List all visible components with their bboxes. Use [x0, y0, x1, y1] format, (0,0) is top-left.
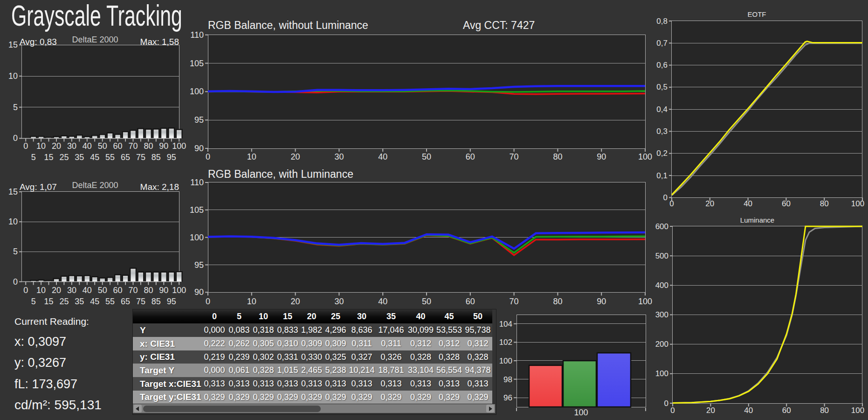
- svg-text:110: 110: [190, 178, 204, 187]
- svg-text:Avg CCT: 7427: Avg CCT: 7427: [463, 19, 535, 31]
- svg-text:0,2: 0,2: [656, 149, 668, 158]
- svg-text:Avg: 0,83: Avg: 0,83: [20, 37, 57, 47]
- svg-text:50: 50: [422, 152, 431, 161]
- svg-text:70: 70: [510, 297, 519, 306]
- svg-text:75: 75: [136, 153, 145, 162]
- svg-text:35: 35: [75, 297, 84, 306]
- svg-text:55: 55: [105, 153, 115, 162]
- svg-text:Avg: 1,07: Avg: 1,07: [20, 182, 57, 192]
- svg-text:70: 70: [128, 141, 138, 151]
- svg-text:100: 100: [574, 408, 588, 417]
- svg-text:40: 40: [744, 199, 752, 208]
- svg-text:95: 95: [194, 260, 204, 270]
- svg-text:30: 30: [334, 152, 344, 161]
- svg-text:60: 60: [782, 199, 791, 208]
- svg-text:30: 30: [67, 141, 76, 151]
- svg-text:40: 40: [83, 286, 92, 295]
- svg-text:95: 95: [167, 297, 176, 306]
- svg-text:60: 60: [113, 286, 123, 295]
- svg-text:80: 80: [144, 286, 153, 295]
- svg-text:25: 25: [59, 297, 69, 306]
- svg-text:10: 10: [247, 152, 256, 161]
- svg-text:30: 30: [67, 286, 76, 295]
- svg-text:110: 110: [190, 30, 204, 40]
- svg-text:96: 96: [503, 393, 512, 402]
- svg-text:0: 0: [23, 286, 28, 295]
- svg-text:10: 10: [8, 71, 18, 81]
- svg-text:5: 5: [31, 297, 36, 306]
- svg-text:90: 90: [194, 287, 204, 297]
- svg-text:0: 0: [669, 199, 674, 208]
- svg-text:60: 60: [466, 152, 475, 161]
- svg-text:90: 90: [159, 286, 168, 295]
- svg-text:0,3: 0,3: [656, 127, 668, 136]
- svg-text:10: 10: [247, 297, 256, 306]
- svg-text:100: 100: [851, 199, 864, 208]
- svg-text:80: 80: [553, 152, 562, 161]
- svg-text:20: 20: [52, 141, 61, 151]
- svg-text:60: 60: [113, 141, 123, 151]
- svg-text:100: 100: [638, 152, 652, 161]
- svg-text:20: 20: [52, 286, 61, 295]
- svg-text:95: 95: [167, 153, 176, 162]
- svg-text:20: 20: [291, 152, 300, 161]
- svg-text:65: 65: [121, 297, 130, 306]
- svg-text:90: 90: [194, 144, 204, 153]
- svg-text:0: 0: [206, 152, 210, 161]
- svg-text:0,7: 0,7: [656, 39, 668, 48]
- svg-text:0,4: 0,4: [656, 105, 668, 114]
- svg-text:105: 105: [190, 205, 204, 215]
- svg-text:15: 15: [8, 187, 18, 196]
- svg-text:0,1: 0,1: [656, 171, 668, 180]
- svg-text:85: 85: [152, 153, 161, 162]
- svg-text:85: 85: [152, 297, 161, 306]
- svg-text:25: 25: [59, 153, 69, 162]
- svg-text:0: 0: [663, 193, 668, 202]
- svg-text:65: 65: [121, 153, 130, 162]
- svg-text:100: 100: [499, 357, 512, 365]
- svg-text:104: 104: [499, 320, 512, 329]
- svg-text:35: 35: [75, 153, 84, 162]
- svg-text:200: 200: [655, 340, 668, 349]
- svg-text:0: 0: [670, 406, 675, 415]
- svg-text:80: 80: [144, 141, 153, 151]
- svg-text:EOTF: EOTF: [748, 10, 766, 18]
- svg-text:300: 300: [655, 310, 668, 319]
- svg-text:100: 100: [172, 286, 186, 295]
- svg-text:80: 80: [820, 406, 829, 415]
- svg-text:80: 80: [820, 199, 829, 208]
- svg-text:60: 60: [782, 406, 791, 415]
- svg-text:100: 100: [655, 369, 668, 378]
- svg-text:5: 5: [13, 103, 18, 112]
- svg-text:60: 60: [466, 297, 475, 306]
- svg-text:RGB Balance, with Luminance: RGB Balance, with Luminance: [208, 168, 353, 180]
- svg-text:400: 400: [655, 281, 668, 290]
- svg-text:DeltaE 2000: DeltaE 2000: [72, 181, 118, 190]
- svg-text:98: 98: [503, 375, 512, 384]
- svg-text:0,8: 0,8: [656, 17, 668, 26]
- svg-text:Luminance: Luminance: [740, 216, 774, 224]
- svg-text:100: 100: [190, 87, 204, 96]
- svg-text:0: 0: [13, 277, 18, 287]
- svg-text:600: 600: [655, 222, 668, 231]
- svg-text:80: 80: [553, 297, 562, 306]
- svg-text:RGB Balance, without Luminance: RGB Balance, without Luminance: [208, 19, 368, 31]
- svg-text:55: 55: [105, 297, 115, 306]
- svg-text:90: 90: [597, 297, 606, 306]
- svg-text:45: 45: [90, 153, 99, 162]
- svg-text:102: 102: [499, 338, 512, 347]
- svg-text:15: 15: [44, 153, 53, 162]
- svg-text:0,6: 0,6: [656, 61, 668, 70]
- svg-text:100: 100: [851, 406, 864, 415]
- svg-text:50: 50: [98, 141, 107, 151]
- svg-text:50: 50: [98, 286, 107, 295]
- svg-text:DeltaE 2000: DeltaE 2000: [72, 35, 118, 44]
- svg-text:10: 10: [36, 286, 46, 295]
- svg-text:Max: 2,18: Max: 2,18: [140, 182, 179, 192]
- svg-text:20: 20: [291, 297, 300, 306]
- svg-text:100: 100: [190, 233, 204, 242]
- svg-text:50: 50: [422, 297, 431, 306]
- svg-text:20: 20: [706, 406, 715, 415]
- svg-text:Max: 1,58: Max: 1,58: [140, 37, 179, 47]
- svg-text:75: 75: [136, 297, 145, 306]
